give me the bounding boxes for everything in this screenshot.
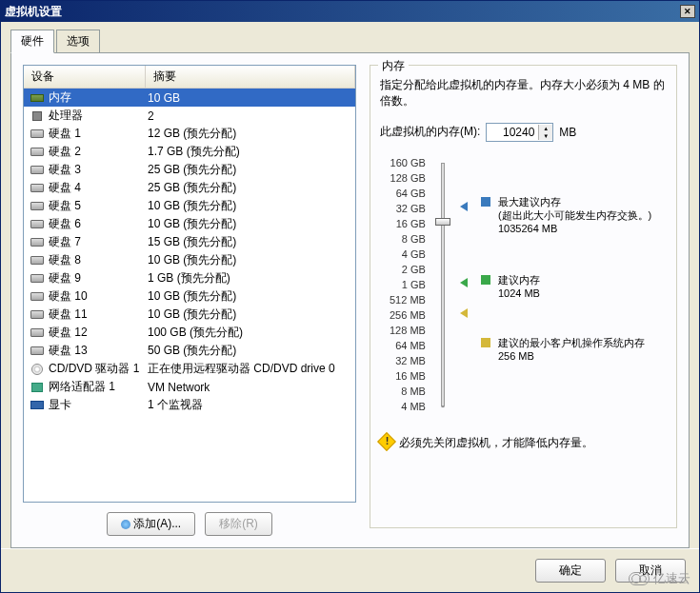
titlebar: 虚拟机设置 ✕ (1, 1, 699, 22)
device-summary: 1 GB (预先分配) (148, 270, 355, 287)
add-button[interactable]: 添加(A)... (107, 512, 195, 536)
main-area: 设备 摘要 内存10 GB处理器2硬盘 112 GB (预先分配)硬盘 21.7… (10, 52, 690, 548)
tab-bar: 硬件 选项 (10, 30, 690, 52)
memory-slider-area: 160 GB128 GB64 GB32 GB16 GB8 GB4 GB2 GB1… (390, 155, 667, 414)
box-green-icon (481, 275, 490, 285)
device-summary: 10 GB (预先分配) (148, 288, 355, 305)
hdd-icon (30, 346, 44, 355)
device-row-11[interactable]: 硬盘 1010 GB (预先分配) (24, 287, 355, 306)
hdd-icon (30, 328, 44, 337)
marker-triangles (460, 155, 477, 414)
memory-field-label: 此虚拟机的内存(M): (380, 124, 480, 140)
device-summary: 10 GB (预先分配) (148, 306, 355, 323)
left-panel: 设备 摘要 内存10 GB处理器2硬盘 112 GB (预先分配)硬盘 21.7… (23, 65, 356, 536)
device-summary: 25 GB (预先分配) (148, 180, 355, 196)
device-row-6[interactable]: 硬盘 510 GB (预先分配) (24, 197, 355, 215)
device-summary: 50 GB (预先分配) (148, 343, 355, 359)
device-row-3[interactable]: 硬盘 21.7 GB (预先分配) (24, 143, 355, 161)
cpu-icon (32, 111, 42, 121)
device-row-16[interactable]: 网络适配器 1VM Network (24, 378, 355, 396)
device-row-1[interactable]: 处理器2 (24, 107, 355, 125)
hdd-icon (30, 292, 44, 301)
device-summary: 10 GB (预先分配) (148, 216, 355, 232)
rec-marker-icon (460, 278, 468, 287)
device-row-0[interactable]: 内存10 GB (24, 89, 355, 107)
left-buttons: 添加(A)... 移除(R) (23, 512, 356, 536)
device-name: 硬盘 10 (49, 288, 148, 305)
memory-group-title: 内存 (378, 58, 409, 74)
device-name: 硬盘 1 (49, 126, 148, 142)
hdd-icon (30, 274, 44, 283)
ok-button[interactable]: 确定 (535, 559, 606, 583)
net-icon (31, 383, 43, 392)
device-row-14[interactable]: 硬盘 1350 GB (预先分配) (24, 342, 355, 360)
box-yellow-icon (481, 338, 490, 347)
memory-slider[interactable] (430, 155, 456, 414)
device-name: 硬盘 9 (49, 270, 148, 287)
device-summary: VM Network (148, 381, 355, 394)
vm-settings-window: 虚拟机设置 ✕ 硬件 选项 设备 摘要 内存10 GB处理器2硬盘 112 GB… (0, 0, 700, 593)
memory-input[interactable] (487, 124, 538, 141)
hdd-icon (30, 166, 44, 174)
memory-desc: 指定分配给此虚拟机的内存量。内存大小必须为 4 MB 的倍数。 (380, 77, 667, 109)
device-summary: 2 (148, 109, 355, 123)
gpu-icon (30, 401, 44, 409)
device-row-15[interactable]: CD/DVD 驱动器 1正在使用远程驱动器 CD/DVD drive 0 (24, 360, 355, 378)
device-name: CD/DVD 驱动器 1 (49, 361, 148, 377)
device-row-10[interactable]: 硬盘 91 GB (预先分配) (24, 269, 355, 287)
device-name: 硬盘 4 (49, 180, 148, 196)
device-summary: 15 GB (预先分配) (148, 234, 355, 250)
list-header: 设备 摘要 (24, 66, 355, 89)
hdd-icon (30, 256, 44, 265)
slider-thumb[interactable] (435, 218, 450, 226)
device-name: 显卡 (49, 397, 148, 413)
device-row-9[interactable]: 硬盘 810 GB (预先分配) (24, 251, 355, 269)
rec-marker-text: 建议内存 1024 MB (498, 273, 540, 300)
device-summary: 12 GB (预先分配) (148, 126, 355, 142)
memory-spinner[interactable]: ▲▼ (486, 123, 553, 142)
hdd-icon (30, 129, 44, 138)
max-marker-icon (460, 202, 468, 211)
hdd-icon (30, 310, 44, 319)
device-name: 内存 (49, 89, 148, 106)
device-row-7[interactable]: 硬盘 610 GB (预先分配) (24, 215, 355, 233)
device-summary: 10 GB (148, 91, 355, 105)
device-name: 硬盘 5 (49, 198, 148, 214)
window-title: 虚拟机设置 (5, 4, 62, 20)
tab-hardware[interactable]: 硬件 (10, 30, 54, 53)
device-row-2[interactable]: 硬盘 112 GB (预先分配) (24, 125, 355, 143)
device-name: 硬盘 8 (49, 252, 148, 268)
min-marker-icon (460, 308, 468, 318)
box-blue-icon (481, 197, 490, 207)
device-summary: 25 GB (预先分配) (148, 162, 355, 178)
device-row-17[interactable]: 显卡1 个监视器 (24, 396, 355, 414)
device-row-13[interactable]: 硬盘 12100 GB (预先分配) (24, 324, 355, 342)
device-row-12[interactable]: 硬盘 1110 GB (预先分配) (24, 306, 355, 324)
device-row-8[interactable]: 硬盘 715 GB (预先分配) (24, 233, 355, 251)
memory-unit: MB (559, 126, 576, 139)
spinner-buttons[interactable]: ▲▼ (538, 125, 552, 140)
device-name: 硬盘 7 (49, 234, 148, 250)
tab-options[interactable]: 选项 (56, 30, 100, 52)
device-name: 硬盘 6 (49, 216, 148, 232)
device-list[interactable]: 设备 摘要 内存10 GB处理器2硬盘 112 GB (预先分配)硬盘 21.7… (23, 65, 356, 503)
bottom-bar: 确定 取消 (1, 548, 699, 592)
device-name: 处理器 (49, 108, 148, 124)
header-device[interactable]: 设备 (24, 66, 146, 88)
memory-input-row: 此虚拟机的内存(M): ▲▼ MB (380, 123, 667, 142)
hdd-icon (30, 202, 44, 210)
header-summary[interactable]: 摘要 (146, 66, 355, 88)
cancel-button[interactable]: 取消 (615, 559, 686, 583)
memory-warning: 必须先关闭虚拟机，才能降低内存量。 (380, 435, 667, 451)
device-name: 硬盘 13 (49, 343, 148, 359)
device-summary: 10 GB (预先分配) (148, 198, 355, 214)
device-name: 网络适配器 1 (49, 379, 148, 395)
device-row-4[interactable]: 硬盘 325 GB (预先分配) (24, 161, 355, 179)
mem-icon (30, 94, 44, 102)
hdd-icon (30, 238, 44, 247)
hdd-icon (30, 220, 44, 228)
slider-labels: 160 GB128 GB64 GB32 GB16 GB8 GB4 GB2 GB1… (390, 155, 426, 414)
close-icon[interactable]: ✕ (680, 5, 695, 18)
device-row-5[interactable]: 硬盘 425 GB (预先分配) (24, 179, 355, 197)
min-marker-text: 建议的最小客户机操作系统内存 256 MB (498, 336, 645, 363)
